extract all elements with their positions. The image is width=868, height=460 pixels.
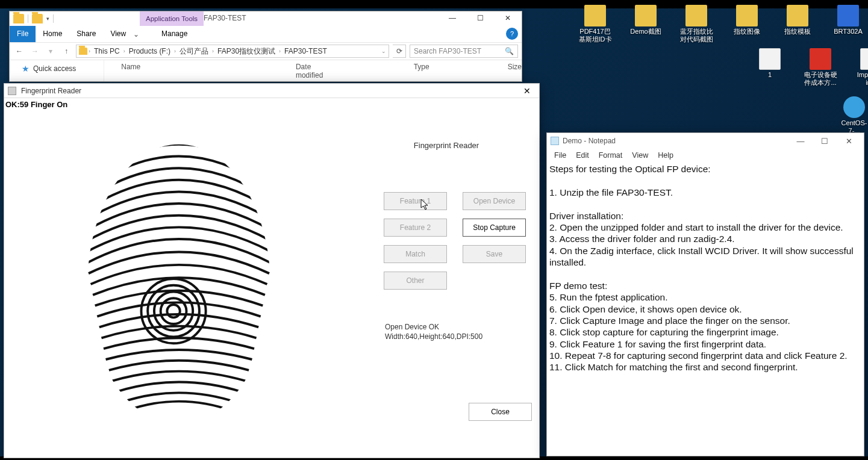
chevron-down-icon[interactable]: ▾	[45, 45, 57, 57]
fingerprint-reader-window: Fingerprint Reader ✕ OK:59 Finger On	[4, 83, 540, 458]
breadcrumb[interactable]: FAP30-TEST	[282, 47, 329, 55]
desktop-icon-row: CentOS-7-...	[837, 96, 868, 135]
refresh-button[interactable]: ⟳	[393, 45, 406, 58]
breadcrumb[interactable]: 公司产品	[177, 46, 211, 57]
app-icon	[8, 87, 16, 95]
column-name: Name	[121, 63, 217, 79]
star-icon: ★	[22, 64, 30, 73]
notepad-icon	[551, 137, 559, 145]
folder-icon[interactable]	[13, 14, 24, 23]
maximize-button[interactable]: ☐	[813, 134, 836, 148]
close-button[interactable]: ✕	[519, 85, 535, 97]
close-button[interactable]: Close	[469, 403, 532, 421]
menu-edit[interactable]: Edit	[572, 150, 593, 161]
close-button[interactable]: ✕	[837, 134, 860, 148]
column-size: Size	[508, 63, 522, 79]
status-text: OK:59 Finger On	[4, 98, 539, 111]
menu-bar: File Edit Format View Help	[547, 149, 864, 162]
desktop-icon[interactable]: 指纹图像	[730, 5, 764, 43]
desktop-icon[interactable]: Important info	[854, 48, 868, 87]
nav-forward-button[interactable]: →	[29, 45, 41, 57]
chevron-down-icon[interactable]: ▾	[46, 16, 49, 22]
svg-point-4	[148, 285, 199, 337]
desktop-icon[interactable]: PDF417巴基斯坦ID卡	[578, 5, 612, 43]
svg-point-5	[142, 279, 206, 343]
minimize-button[interactable]: —	[439, 11, 466, 25]
stop-capture-button[interactable]: Stop Capture	[463, 219, 526, 237]
column-date: Date modified	[296, 63, 336, 79]
menu-help[interactable]: Help	[654, 150, 677, 161]
desktop-icon[interactable]: BRT302A	[831, 5, 865, 43]
folder-icon[interactable]	[32, 14, 43, 23]
desktop-icon-row: PDF417巴基斯坦ID卡 Demo截图 蓝牙指纹比对代码截图 指纹图像 指纹模…	[578, 5, 868, 43]
window-title: Demo - Notepad	[563, 137, 789, 145]
column-headers[interactable]: Name Date modified Type Size	[104, 60, 522, 82]
ribbon-tab-view[interactable]: View	[103, 26, 133, 42]
column-type: Type	[414, 63, 429, 79]
folder-icon	[79, 48, 87, 55]
maximize-button[interactable]: ☐	[466, 11, 494, 25]
desktop-icon[interactable]: 电子设备硬件成本方...	[804, 48, 837, 87]
other-button[interactable]: Other	[384, 272, 447, 290]
chevron-down-icon[interactable]: ⌄	[381, 48, 386, 54]
window-title: FAP30-TEST	[204, 14, 246, 22]
notepad-window: Demo - Notepad — ☐ ✕ File Edit Format Vi…	[546, 132, 864, 456]
search-icon: 🔍	[505, 47, 514, 55]
file-explorer-window: ▾ Application Tools FAP30-TEST — ☐ ✕ Fil…	[9, 11, 522, 82]
menu-file[interactable]: File	[551, 150, 570, 161]
chevron-down-icon[interactable]: ⌄	[133, 30, 139, 39]
ribbon-tab-share[interactable]: Share	[69, 26, 103, 42]
window-title: Fingerprint Reader	[21, 87, 519, 95]
nav-back-button[interactable]: ←	[13, 45, 25, 57]
menu-view[interactable]: View	[628, 150, 652, 161]
menu-format[interactable]: Format	[595, 150, 626, 161]
close-button[interactable]: ✕	[494, 11, 522, 25]
breadcrumb[interactable]: Products (F:)	[126, 47, 173, 55]
save-button[interactable]: Save	[463, 245, 526, 263]
desktop-icon[interactable]: CentOS-7-...	[837, 96, 868, 135]
match-button[interactable]: Match	[384, 245, 447, 263]
help-icon[interactable]	[506, 28, 518, 40]
fingerprint-image	[4, 111, 354, 457]
desktop-icon[interactable]: 蓝牙指纹比对代码截图	[679, 5, 713, 43]
desktop-icon-row: 1 电子设备硬件成本方... Important info	[753, 48, 868, 87]
desktop-icon[interactable]: 指纹模板	[781, 5, 814, 43]
feature1-button[interactable]: Feature 1	[384, 192, 447, 210]
ribbon-tab-manage[interactable]: Manage	[154, 26, 195, 42]
address-bar[interactable]: › This PC› Products (F:)› 公司产品› FAP30指纹仪…	[76, 45, 389, 58]
sidebar-item-quick-access[interactable]: ★ Quick access	[22, 64, 104, 73]
breadcrumb[interactable]: FAP30指纹仪测试	[215, 46, 278, 57]
desktop-icon[interactable]: 1	[753, 48, 787, 87]
breadcrumb[interactable]: This PC	[92, 47, 122, 55]
panel-title: Fingerprint Reader	[360, 141, 533, 150]
text-content[interactable]: Steps for testing the Optical FP device:…	[547, 162, 864, 376]
ribbon-context-tab[interactable]: Application Tools	[140, 11, 204, 26]
feature2-button[interactable]: Feature 2	[384, 219, 447, 237]
device-info: Width:640,Height:640,DPI:500	[385, 332, 533, 342]
search-input[interactable]: Search FAP30-TEST 🔍	[410, 45, 518, 58]
ribbon-tab-home[interactable]: Home	[36, 26, 69, 42]
nav-up-button[interactable]: ↑	[60, 45, 72, 57]
svg-point-1	[167, 304, 180, 317]
desktop-icon[interactable]: Demo截图	[629, 5, 663, 43]
ribbon-tab-file[interactable]: File	[10, 26, 36, 42]
device-status: Open Device OK	[385, 323, 533, 332]
open-device-button[interactable]: Open Device	[463, 192, 526, 210]
minimize-button[interactable]: —	[789, 134, 812, 148]
